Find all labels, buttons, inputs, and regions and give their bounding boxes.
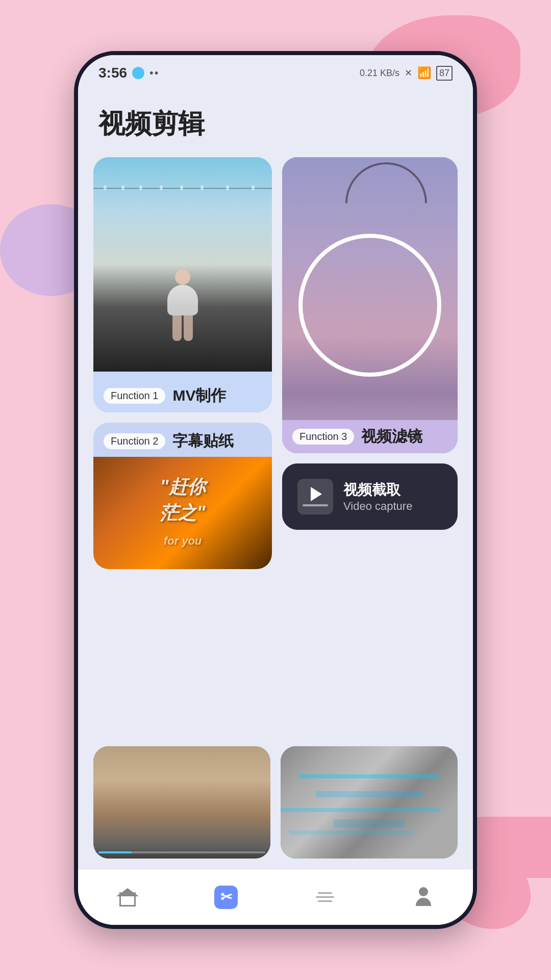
app-header: 视频剪辑	[78, 91, 473, 152]
person-body	[416, 898, 431, 906]
app-content: 视频剪辑	[78, 91, 473, 869]
light-bulb-1	[104, 185, 107, 190]
glitch-line-3	[281, 808, 440, 812]
home-icon	[117, 888, 138, 906]
glitch-lines	[281, 746, 458, 859]
mv-card-image	[93, 157, 272, 372]
play-icon-inner	[303, 487, 328, 506]
capture-subtitle: Video capture	[343, 500, 412, 513]
video-progress-1	[98, 851, 265, 853]
light-bulb-6	[201, 185, 204, 190]
slider-icon	[303, 504, 328, 506]
card-video-astronaut[interactable]	[93, 746, 270, 859]
mv-card-label: Function 1 MV制作	[93, 379, 272, 412]
scissors-wrap: ✂	[214, 886, 238, 909]
wifi-icon: 📶	[417, 66, 431, 80]
dots-icon: ••	[149, 66, 159, 80]
figure-body	[167, 285, 198, 315]
nav-item-profile[interactable]	[374, 869, 473, 925]
close-small-icon: ✕	[405, 67, 412, 79]
network-speed: 0.21 KB/s	[360, 68, 399, 79]
light-bulb-7	[226, 185, 229, 190]
phone-shell: 3:56 •• 0.21 KB/s ✕ 📶 87 视频剪辑	[74, 51, 477, 929]
scissors-icon: ✂	[220, 889, 232, 905]
circle-overlay	[298, 234, 441, 377]
filter-card-image	[282, 157, 458, 453]
filter-function-badge: Function 3	[292, 429, 354, 445]
figure-head	[175, 270, 190, 285]
status-bar: 3:56 •• 0.21 KB/s ✕ 📶 87	[78, 55, 473, 91]
card-capture[interactable]: 视频截取 Video capture	[282, 463, 458, 530]
layer-line-2	[316, 896, 334, 898]
right-column: Function 3 视频滤镜 视频截取 Video capture	[282, 157, 458, 736]
capture-texts: 视频截取 Video capture	[343, 480, 412, 513]
card-subtitle[interactable]: Function 2 字幕贴纸 "赶你茫之"for you	[93, 423, 272, 569]
mv-function-badge: Function 1	[104, 388, 165, 404]
card-video-glitch[interactable]	[281, 746, 458, 859]
status-time: 3:56	[98, 65, 127, 81]
play-triangle	[311, 487, 322, 501]
glitch-line-4	[334, 819, 405, 827]
person-head	[419, 887, 428, 896]
fig-leg-left	[172, 315, 182, 341]
light-bulb-8	[252, 185, 255, 190]
nav-item-home[interactable]	[78, 869, 177, 925]
filter-card-label: Function 3 视频滤镜	[282, 420, 458, 453]
mv-image-content	[93, 157, 272, 372]
person-icon	[413, 887, 434, 908]
fig-leg-right	[184, 315, 193, 341]
page-title: 视频剪辑	[98, 106, 453, 142]
subtitle-text-overlay: "赶你茫之"for you	[160, 474, 205, 551]
mv-function-title: MV制作	[172, 385, 226, 406]
video-progress-fill-1	[98, 851, 132, 853]
nav-profile-icon	[411, 885, 436, 910]
card-mv[interactable]: Function 1 MV制作	[93, 157, 272, 412]
status-right: 0.21 KB/s ✕ 📶 87	[360, 66, 453, 81]
astronaut-overlay	[93, 746, 270, 859]
bottom-navigation: ✂	[78, 869, 473, 925]
subtitle-card-image: "赶你茫之"for you	[93, 457, 272, 569]
bottom-video-row	[78, 746, 473, 869]
subtitle-card-top: Function 2 字幕贴纸	[93, 423, 272, 457]
mv-person-figure	[162, 270, 203, 341]
subtitle-function-title: 字幕贴纸	[172, 431, 234, 452]
shield-icon	[132, 67, 144, 79]
left-column: Function 1 MV制作 Function 2 字幕贴纸 "赶你茫之"fo…	[93, 157, 272, 736]
layer-line-3	[318, 900, 332, 902]
light-bulb-2	[121, 185, 124, 190]
main-grid: Function 1 MV制作 Function 2 字幕贴纸 "赶你茫之"fo…	[78, 152, 473, 746]
glitch-line-1	[298, 774, 440, 778]
filter-function-title: 视频滤镜	[361, 426, 422, 447]
subtitle-function-badge: Function 2	[104, 433, 165, 449]
nav-layers-icon	[312, 885, 338, 910]
glitch-line-2	[316, 791, 422, 797]
nav-item-layers[interactable]	[276, 869, 374, 925]
figure-legs	[172, 315, 193, 341]
nav-home-icon	[115, 885, 140, 910]
battery-icon: 87	[436, 66, 453, 81]
nav-item-edit[interactable]: ✂	[177, 869, 276, 925]
layers-icon	[315, 888, 335, 906]
light-bulb-5	[180, 185, 183, 190]
glitch-line-5	[289, 830, 413, 835]
light-bulb-3	[139, 185, 142, 190]
nav-edit-icon: ✂	[213, 885, 239, 910]
layer-line-1	[318, 892, 332, 894]
capture-title: 视频截取	[343, 480, 412, 500]
play-icon-container	[297, 479, 333, 514]
light-bulb-4	[160, 185, 163, 190]
card-filter[interactable]: Function 3 视频滤镜	[282, 157, 458, 453]
